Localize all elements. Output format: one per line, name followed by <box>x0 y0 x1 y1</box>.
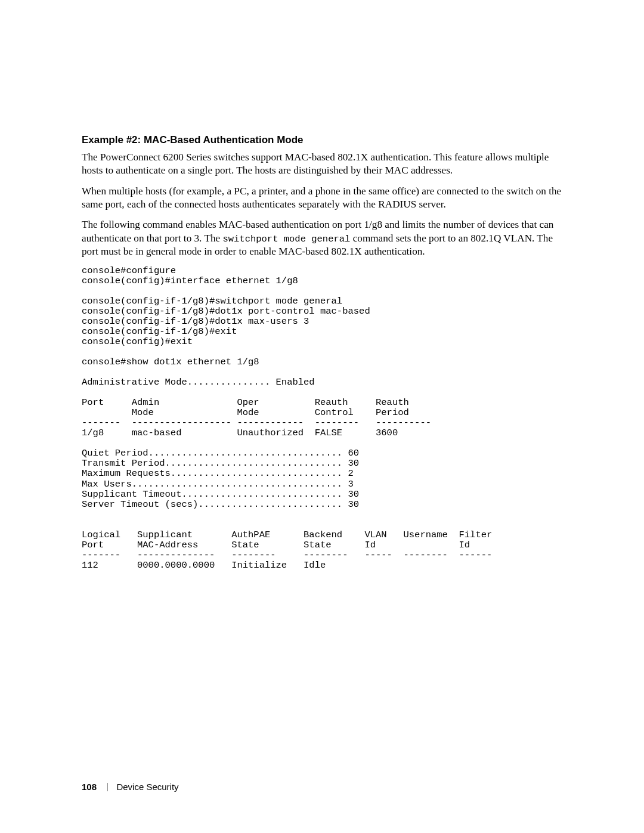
footer-divider <box>107 783 108 791</box>
inline-command: switchport mode general <box>222 234 350 244</box>
paragraph-2: When multiple hosts (for example, a PC, … <box>82 185 562 212</box>
paragraph-3: The following command enables MAC-based … <box>82 218 562 258</box>
cli-output: console#configure console(config)#interf… <box>82 266 562 571</box>
footer-section: Device Security <box>116 782 178 792</box>
paragraph-1: The PowerConnect 6200 Series switches su… <box>82 151 562 178</box>
page-footer: 108 Device Security <box>82 782 179 792</box>
section-heading: Example #2: MAC-Based Authentication Mod… <box>82 134 562 146</box>
page-number: 108 <box>82 782 97 792</box>
